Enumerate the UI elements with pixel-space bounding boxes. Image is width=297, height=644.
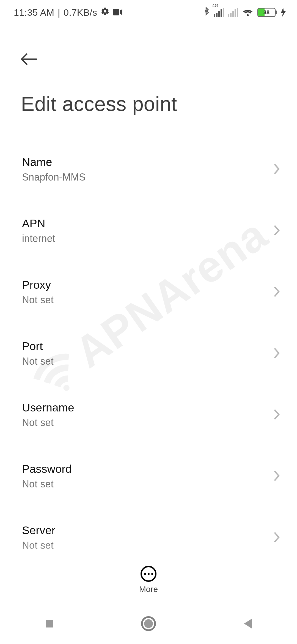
square-icon bbox=[44, 618, 55, 629]
setting-label: Proxy bbox=[22, 279, 267, 291]
svg-rect-2 bbox=[46, 620, 53, 627]
arrow-left-icon bbox=[20, 53, 37, 65]
setting-label: Server bbox=[22, 524, 267, 537]
status-bar: 11:35 AM | 0.7KB/s 4G bbox=[0, 0, 297, 25]
chevron-right-icon bbox=[273, 347, 280, 361]
setting-value: Snapfon-MMS bbox=[22, 171, 267, 183]
triangle-left-icon bbox=[242, 618, 253, 630]
setting-password[interactable]: Password Not set bbox=[0, 453, 297, 500]
setting-value: Not set bbox=[22, 540, 267, 551]
charging-icon bbox=[280, 8, 286, 17]
bluetooth-icon bbox=[203, 7, 210, 18]
svg-rect-0 bbox=[113, 9, 119, 15]
settings-list: Name Snapfon-MMS APN internet Proxy Not … bbox=[0, 146, 297, 565]
setting-proxy[interactable]: Proxy Not set bbox=[0, 269, 297, 316]
status-net-rate: 0.7KB/s bbox=[64, 7, 97, 18]
setting-username[interactable]: Username Not set bbox=[0, 391, 297, 438]
setting-value: internet bbox=[22, 233, 267, 244]
chevron-right-icon bbox=[273, 224, 280, 238]
setting-label: APN bbox=[22, 217, 267, 230]
setting-label: Password bbox=[22, 463, 267, 476]
video-icon bbox=[113, 7, 123, 18]
status-time: 11:35 AM bbox=[14, 7, 54, 18]
signal-4g-icon: 4G bbox=[214, 8, 224, 17]
battery-icon: 38 bbox=[257, 8, 277, 17]
setting-value: Not set bbox=[22, 417, 267, 429]
status-right: 4G 38 bbox=[203, 7, 286, 18]
chevron-right-icon bbox=[273, 531, 280, 545]
status-separator: | bbox=[58, 7, 60, 18]
more-icon bbox=[141, 566, 156, 582]
status-left: 11:35 AM | 0.7KB/s bbox=[14, 7, 123, 18]
nav-home-button[interactable] bbox=[121, 610, 176, 637]
setting-server[interactable]: Server Not set bbox=[0, 514, 297, 561]
setting-label: Port bbox=[22, 340, 267, 353]
signal-nosim-icon bbox=[228, 8, 238, 17]
signal-4g-label: 4G bbox=[212, 3, 218, 8]
chevron-right-icon bbox=[273, 470, 280, 483]
chevron-right-icon bbox=[273, 408, 280, 422]
chevron-right-icon bbox=[273, 285, 280, 299]
more-button[interactable]: More bbox=[0, 562, 297, 598]
circle-icon bbox=[141, 616, 156, 631]
setting-name[interactable]: Name Snapfon-MMS bbox=[0, 146, 297, 193]
setting-value: Not set bbox=[22, 356, 267, 367]
nav-recent-button[interactable] bbox=[22, 610, 77, 637]
svg-point-4 bbox=[144, 619, 153, 628]
more-label: More bbox=[139, 585, 158, 594]
chevron-right-icon bbox=[273, 163, 280, 176]
battery-percent: 38 bbox=[258, 9, 275, 16]
setting-apn[interactable]: APN internet bbox=[0, 207, 297, 254]
setting-label: Name bbox=[22, 156, 267, 169]
setting-value: Not set bbox=[22, 294, 267, 306]
settings-icon bbox=[101, 7, 109, 18]
setting-value: Not set bbox=[22, 478, 267, 490]
system-nav-bar bbox=[0, 603, 297, 644]
nav-back-button[interactable] bbox=[220, 610, 275, 637]
page-title: Edit access point bbox=[21, 92, 177, 116]
back-button[interactable] bbox=[19, 50, 38, 69]
setting-port[interactable]: Port Not set bbox=[0, 330, 297, 377]
setting-label: Username bbox=[22, 401, 267, 414]
wifi-icon bbox=[242, 8, 254, 17]
